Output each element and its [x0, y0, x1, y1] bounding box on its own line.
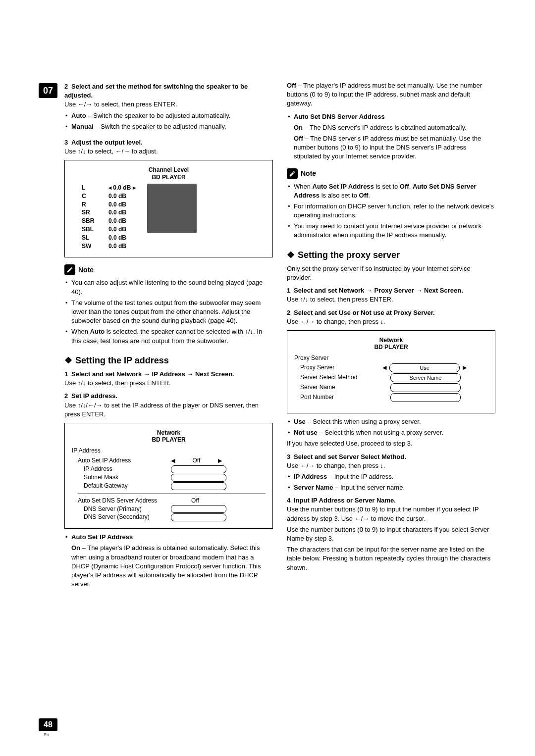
ip-step-2-instruction: Use ↑/↓/←/→ to set the IP address of the… [64, 401, 273, 419]
proxy-step-2: 2Select and set Use or Not use at Proxy … [287, 308, 495, 317]
proxy-step-1: 1Select and set Network → Proxy Server →… [287, 286, 495, 295]
option-auto-set-ip: Auto Set IP Address [64, 533, 273, 542]
option-manual: Manual – Switch the speaker to be adjust… [64, 122, 273, 131]
proxy-step-4: 4Input IP Address or Server Name. [287, 496, 495, 505]
option-ip-address: IP Address – Input the IP address. [287, 472, 495, 481]
proxy-step-4-p3: The characters that can be input for the… [287, 545, 495, 572]
osd-network-ip: NetworkBD PLAYER IP Address Auto Set IP … [64, 423, 273, 529]
note-item: When Auto is selected, the speaker canno… [64, 327, 273, 345]
manual-page: 07 48 En 2Select and set the method for … [0, 0, 535, 756]
proxy-step-3: 3Select and set Server Select Method. [287, 453, 495, 461]
note-item: You may need to contact your Internet se… [287, 222, 495, 240]
proxy-intro: Only set the proxy server if so instruct… [287, 264, 495, 282]
right-column: Off – The player's IP address must be se… [287, 79, 495, 589]
option-auto: Auto – Switch the speaker to be adjusted… [64, 111, 273, 120]
note-item: When Auto Set IP Address is set to Off. … [287, 182, 495, 200]
option-off: Off – The player's IP address must be se… [287, 81, 495, 108]
proxy-step-4-p2: Use the number buttons (0 to 9) to input… [287, 525, 495, 543]
option-server-name: Server Name – Input the server name. [287, 483, 495, 492]
step-2: 2Select and set the method for switching… [64, 82, 273, 100]
note-item: The volume of the test tones output from… [64, 299, 273, 326]
step-3: 3Adjust the output level. [64, 138, 273, 147]
proxy-step-1-instruction: Use ↑/↓ to select, then press ENTER. [287, 295, 495, 304]
pencil-icon [64, 264, 75, 275]
ip-step-1: 1Select and set Network → IP Address → N… [64, 370, 273, 379]
pencil-icon [287, 168, 298, 179]
proxy-step-4-p1: Use the number buttons (0 to 9) to input… [287, 505, 495, 523]
if-use-note: If you have selected Use, proceed to ste… [287, 439, 495, 448]
dns-on: On – The DNS server's IP address is obta… [294, 123, 495, 132]
heading-proxy: ❖Setting the proxy server [287, 249, 495, 261]
chapter-badge: 07 [39, 83, 57, 98]
proxy-step-3-instruction: Use ←/→ to change, then press ↓. [287, 461, 495, 470]
ip-step-1-instruction: Use ↑/↓ to select, then press ENTER. [64, 379, 273, 388]
step-2-instruction: Use ←/→ to select, then press ENTER. [64, 100, 273, 109]
osd-channel-level: Channel LevelBD PLAYER L◂ 0.0 dB ▸ C0.0 … [64, 160, 273, 257]
proxy-step-2-instruction: Use ←/→ to change, then press ↓. [287, 317, 495, 326]
heading-ip-address: ❖Setting the IP address [64, 354, 273, 367]
note-item: For information on DHCP server function,… [287, 202, 495, 220]
option-auto-set-dns: Auto Set DNS Server Address [287, 112, 495, 121]
option-on: On – The player's IP address is obtained… [71, 544, 273, 589]
osd-network-proxy: NetworkBD PLAYER Proxy Server Proxy Serv… [287, 330, 495, 413]
page-number: 48 [39, 718, 57, 731]
note-block: Note [287, 168, 495, 179]
step-3-instruction: Use ↑/↓ to select, ←/→ to adjust. [64, 147, 273, 156]
option-use: Use – Select this when using a proxy ser… [287, 417, 495, 426]
page-language: En [44, 732, 49, 738]
ip-step-2: 2Set IP address. [64, 392, 273, 401]
left-column: 2Select and set the method for switching… [40, 79, 273, 589]
option-not-use: Not use – Select this when not using a p… [287, 428, 495, 437]
note-item: You can also adjust while listening to t… [64, 278, 273, 296]
dns-off: Off – The DNS server's IP address must b… [294, 134, 495, 161]
note-block: Note [64, 264, 273, 275]
speaker-diagram-image [147, 184, 197, 233]
